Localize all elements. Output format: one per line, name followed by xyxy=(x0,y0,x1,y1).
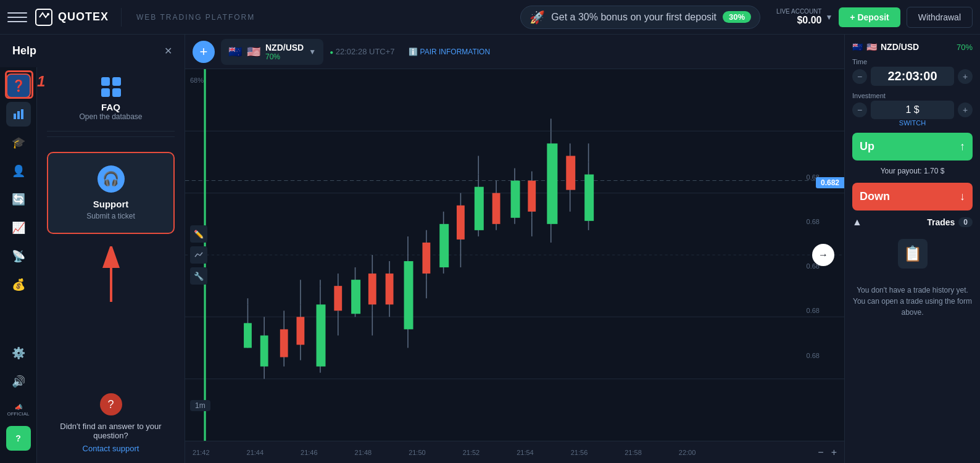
help-main-content: FAQ Open the database 🎧 Support Submit a… xyxy=(37,67,185,463)
account-info[interactable]: LIVE ACCOUNT $0.00 ▼ xyxy=(776,8,833,26)
help-inner: ❓ 🎓 👤 🔄 📈 📡 💰 ⚙️ 🔊 📣OFFICIAL ? xyxy=(0,67,185,463)
rp-time-plus[interactable]: + xyxy=(958,69,973,84)
pair-info-button[interactable]: ℹ️ PAIR INFORMATION xyxy=(409,48,491,56)
support-card-title: Support xyxy=(93,199,129,209)
price-68b-label: 0.68 xyxy=(807,218,820,225)
price-68e-label: 0.68 xyxy=(807,352,820,359)
rp-switch-button[interactable]: SWITCH xyxy=(852,119,973,127)
payout-display: Your payout: 1.70 $ xyxy=(852,167,973,175)
zoom-out-button[interactable]: − xyxy=(818,447,823,458)
svg-rect-2 xyxy=(14,114,16,119)
draw-tool-button[interactable]: ✏️ xyxy=(190,225,207,243)
svg-rect-3 xyxy=(17,111,20,119)
down-trade-button[interactable]: Down ↓ xyxy=(852,183,973,211)
svg-rect-41 xyxy=(422,243,430,273)
support-section: 🎧 Support Submit a ticket xyxy=(47,152,175,234)
svg-rect-25 xyxy=(317,304,326,366)
chart-toolbar: + 🇳🇿 🇺🇸 NZD/USD 70% ▼ ● 22:02:28 UTC+7 ℹ… xyxy=(185,35,844,69)
sidebar-icon-stats[interactable]: 📈 xyxy=(6,215,31,240)
faq-grid-icon xyxy=(101,77,121,97)
sidebar-icon-settings[interactable]: ⚙️ xyxy=(6,341,31,365)
sidebar-icon-chart[interactable] xyxy=(6,102,31,127)
rp-pair-left: 🇳🇿 🇺🇸 NZD/USD xyxy=(852,42,919,52)
help-button-sidebar[interactable]: ? xyxy=(6,426,31,451)
chart-area: + 🇳🇿 🇺🇸 NZD/USD 70% ▼ ● 22:02:28 UTC+7 ℹ… xyxy=(185,35,844,463)
time-label-9: 22:00 xyxy=(679,449,696,456)
help-question-icon: ? xyxy=(100,393,122,415)
support-card-sub: Submit a ticket xyxy=(86,212,135,220)
svg-rect-52 xyxy=(492,193,500,224)
right-panel: 🇳🇿 🇺🇸 NZD/USD 70% Time − 22:03:00 + Inve… xyxy=(844,35,980,463)
indicator-tool-button[interactable] xyxy=(190,246,207,264)
nav-right-button[interactable]: → xyxy=(812,244,834,266)
pair-selector[interactable]: 🇳🇿 🇺🇸 NZD/USD 70% ▼ xyxy=(221,39,323,65)
svg-line-69 xyxy=(200,252,202,256)
sidebar-icon-wallet[interactable]: 💰 xyxy=(6,272,31,297)
rp-invest-label: Investment xyxy=(852,92,973,99)
trades-toggle-icon: ▲ xyxy=(852,217,862,228)
sidebar-icon-education[interactable]: 🎓 xyxy=(6,130,31,155)
time-label-3: 21:48 xyxy=(355,449,372,456)
chart-time-display: ● 22:02:28 UTC+7 xyxy=(330,47,394,56)
deposit-button[interactable]: + Deposit xyxy=(839,7,900,27)
rp-flag-nz: 🇳🇿 xyxy=(852,42,863,52)
arrow-annotation xyxy=(47,246,175,308)
withdrawal-button[interactable]: Withdrawal xyxy=(907,7,973,28)
live-account-label: LIVE ACCOUNT xyxy=(776,8,821,15)
trades-label: Trades 0 xyxy=(927,217,973,227)
svg-line-68 xyxy=(197,254,200,256)
help-header: Help ✕ xyxy=(0,35,185,67)
pair-name: NZD/USD xyxy=(265,43,304,52)
svg-rect-38 xyxy=(404,261,413,329)
rp-time-label: Time xyxy=(852,58,973,65)
up-arrow-icon: ↑ xyxy=(960,140,965,153)
sidebar-icon-signal[interactable]: 📡 xyxy=(6,244,31,269)
svg-rect-44 xyxy=(439,224,449,267)
svg-rect-33 xyxy=(368,273,376,304)
current-price-badge: 0.682 xyxy=(816,177,844,188)
down-arrow-icon: ↓ xyxy=(960,190,965,203)
sidebar-icon-sound[interactable]: 🔊 xyxy=(6,369,31,394)
svg-point-1 xyxy=(47,13,49,15)
help-title: Help xyxy=(12,44,36,57)
bonus-banner[interactable]: 🚀 Get a 30% bonus on your first deposit … xyxy=(520,6,760,29)
account-dropdown-arrow[interactable]: ▼ xyxy=(825,13,833,22)
trades-toggle[interactable]: ▲ xyxy=(852,217,862,228)
support-card[interactable]: 🎧 Support Submit a ticket xyxy=(47,152,175,234)
sidebar-icon-refresh[interactable]: 🔄 xyxy=(6,187,31,212)
top-right-controls: LIVE ACCOUNT $0.00 ▼ + Deposit Withdrawa… xyxy=(776,7,973,28)
settings-tool-button[interactable]: 🔧 xyxy=(190,267,207,285)
sidebar-icon-help[interactable]: ❓ xyxy=(6,73,31,98)
faq-label[interactable]: FAQ xyxy=(101,102,120,112)
rp-invest-plus[interactable]: + xyxy=(958,102,973,117)
chart-tools: ✏️ 🔧 xyxy=(190,225,207,285)
rocket-icon: 🚀 xyxy=(529,10,545,25)
svg-rect-22 xyxy=(296,317,304,344)
svg-rect-54 xyxy=(511,181,520,218)
chart-bottom-bar: 21:42 21:44 21:46 21:48 21:50 21:52 21:5… xyxy=(185,441,844,463)
rp-pair-row: 🇳🇿 🇺🇸 NZD/USD 70% xyxy=(852,42,973,52)
chart-body: 0.68 0.68 0.68 0.68 0.68 0.682 68% 32% ✏… xyxy=(185,69,844,441)
rp-time-minus[interactable]: − xyxy=(852,69,867,84)
svg-rect-59 xyxy=(547,143,557,223)
faq-section: FAQ Open the database xyxy=(47,67,175,131)
svg-rect-20 xyxy=(280,329,288,357)
sidebar-icon-official[interactable]: 📣OFFICIAL xyxy=(6,398,31,422)
rp-invest-minus[interactable]: − xyxy=(852,102,867,117)
time-label-0: 21:42 xyxy=(193,449,210,456)
hamburger-menu[interactable] xyxy=(7,7,27,27)
help-close-button[interactable]: ✕ xyxy=(164,45,172,57)
svg-rect-46 xyxy=(457,206,465,240)
up-trade-button[interactable]: Up ↑ xyxy=(852,133,973,161)
rp-time-value: 22:03:00 xyxy=(871,67,954,86)
contact-support-link[interactable]: Contact support xyxy=(83,444,139,453)
sidebar-icon-profile[interactable]: 👤 xyxy=(6,159,31,183)
zoom-in-button[interactable]: + xyxy=(831,447,837,458)
timeframe-button[interactable]: 1m xyxy=(190,400,210,411)
platform-label: WEB TRADING PLATFORM xyxy=(136,13,255,22)
svg-rect-31 xyxy=(351,280,360,314)
help-bottom-text: Didn't find an answer to your question? xyxy=(47,422,175,440)
pair-flag-icon: 🇳🇿 xyxy=(228,45,242,59)
add-instrument-button[interactable]: + xyxy=(193,41,215,63)
pct-top-label: 68% xyxy=(190,77,204,84)
